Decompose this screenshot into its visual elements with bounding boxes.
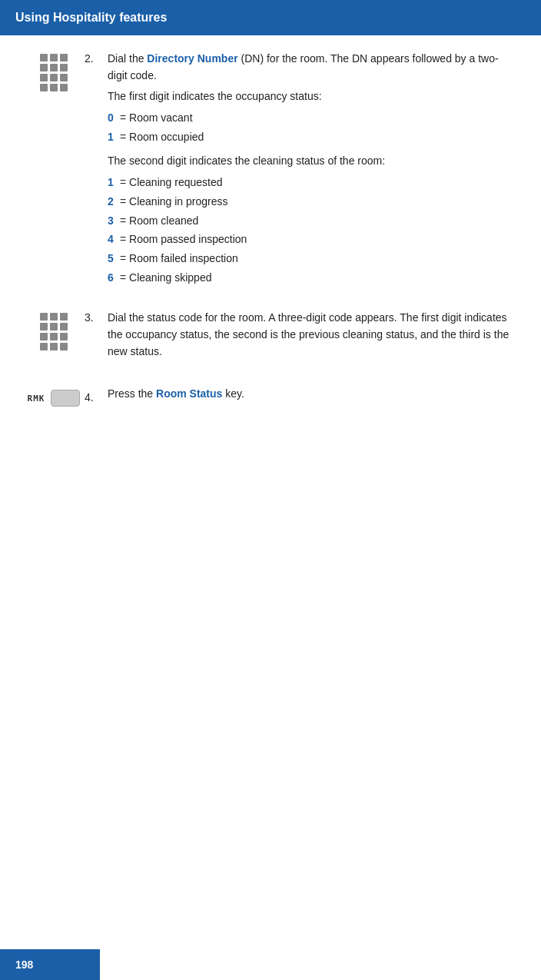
cleaning-3: 3 = Room cleaned	[108, 213, 518, 230]
cleaning-5: 5 = Room failed inspection	[108, 251, 518, 267]
step-3-main: Dial the status code for the room. A thr…	[108, 310, 518, 360]
step-3-row: 3. Dial the status code for the room. A …	[23, 310, 518, 364]
step-2-para3: The second digit indicates the cleaning …	[108, 153, 518, 170]
rmk-icon-group: RMK	[28, 390, 81, 407]
room-status-highlight: Room Status	[156, 387, 222, 400]
step-3-icon	[23, 310, 85, 350]
step-3-content: Dial the status code for the room. A thr…	[108, 310, 518, 364]
page-header: Using Hospitality features	[0, 0, 541, 35]
cleaning-6: 6 = Cleaning skipped	[108, 270, 518, 287]
cleaning-1: 1 = Cleaning requested	[108, 174, 518, 191]
cleaning-4: 4 = Room passed inspection	[108, 231, 518, 248]
step-2-icon	[23, 51, 85, 91]
step-3-number: 3.	[85, 310, 108, 324]
cleaning-2: 2 = Cleaning in progress	[108, 194, 518, 211]
keypad-icon-2	[40, 313, 68, 350]
page-footer: 198	[0, 949, 100, 980]
step-4-icon: RMK	[23, 387, 85, 407]
page-number: 198	[15, 958, 33, 971]
page-content: 2. Dial the Directory Number (DN) for th…	[0, 35, 541, 490]
directory-number-highlight: Directory Number	[147, 52, 237, 65]
keypad-icon	[40, 54, 68, 91]
step-4-number: 4.	[85, 390, 108, 404]
step-2-para2: The first digit indicates the occupancy …	[108, 88, 518, 105]
step-4-main: Press the Room Status key.	[108, 386, 518, 403]
step-2-row: 2. Dial the Directory Number (DN) for th…	[23, 51, 518, 288]
step-4-row: RMK 4. Press the Room Status key.	[23, 386, 518, 407]
occupancy-0: 0 = Room vacant	[108, 110, 518, 127]
step-2-number: 2.	[85, 51, 108, 65]
rmk-label: RMK	[28, 394, 45, 404]
step-2-main: Dial the Directory Number (DN) for the r…	[108, 51, 518, 84]
step-2-content: Dial the Directory Number (DN) for the r…	[108, 51, 518, 288]
header-title: Using Hospitality features	[15, 11, 167, 25]
occupancy-1: 1 = Room occupied	[108, 129, 518, 146]
key-button-icon	[51, 390, 80, 407]
step-4-content: Press the Room Status key.	[108, 386, 518, 407]
